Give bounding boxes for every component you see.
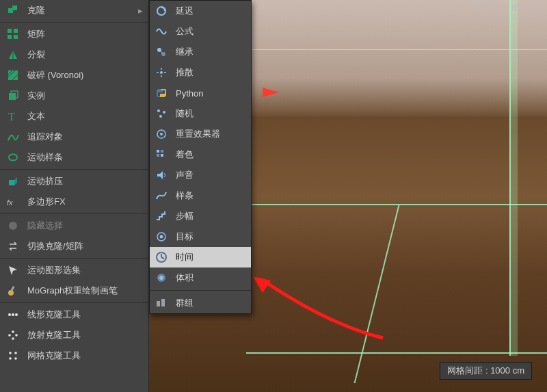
- submenu-item-group[interactable]: 群组: [150, 293, 251, 313]
- menu-item-gridclone[interactable]: 网格克隆工具: [0, 345, 148, 366]
- svg-rect-10: [9, 93, 16, 100]
- menu-item-instance[interactable]: 实例: [0, 86, 148, 106]
- submenu-item-delay[interactable]: 延迟: [150, 1, 251, 21]
- target-icon: [154, 229, 169, 244]
- split-icon: [5, 47, 21, 62]
- submenu-separator: [150, 290, 251, 291]
- menu-item-polyfx[interactable]: fx 多边形FX: [0, 192, 148, 212]
- submenu-label: 步幅: [176, 210, 194, 222]
- menu-item-tracer[interactable]: 追踪对象: [0, 127, 148, 147]
- view-maximize-icon[interactable]: ⤢: [528, 1, 540, 12]
- menu-label: 矩阵: [27, 28, 45, 40]
- submenu-arrow-icon: ▸: [138, 5, 148, 16]
- svg-marker-7: [9, 51, 17, 59]
- svg-point-20: [8, 313, 11, 316]
- submenu-item-sound[interactable]: 声音: [150, 165, 251, 185]
- svg-point-37: [163, 111, 165, 114]
- submenu-label: 时间: [176, 251, 194, 263]
- menu-item-mospline[interactable]: 运动样条: [0, 147, 148, 168]
- status-text: 网格间距 : 1000 cm: [447, 365, 524, 376]
- grid-line: [246, 352, 547, 354]
- menu-separator: [0, 258, 148, 259]
- menu-separator: [0, 213, 148, 214]
- spline-icon: [154, 188, 169, 203]
- submenu-item-random[interactable]: 随机: [150, 103, 251, 124]
- submenu-item-step[interactable]: 步幅: [150, 206, 251, 226]
- svg-point-16: [9, 222, 17, 230]
- menu-item-text[interactable]: T 文本: [0, 106, 148, 127]
- svg-line-50: [161, 257, 164, 259]
- python-icon: [154, 86, 169, 101]
- menu-item-split[interactable]: 分裂: [0, 44, 148, 65]
- svg-rect-1: [8, 8, 13, 13]
- svg-point-52: [159, 276, 163, 280]
- menu-label: MoGraph权重绘制画笔: [27, 285, 118, 297]
- svg-rect-11: [11, 91, 18, 98]
- submenu-item-time[interactable]: 时间: [150, 247, 251, 267]
- tracer-icon: [5, 129, 21, 144]
- menu-item-moweight[interactable]: MoGraph权重绘制画笔: [0, 280, 148, 301]
- svg-rect-4: [14, 29, 18, 33]
- submenu-item-spline[interactable]: 样条: [150, 185, 251, 206]
- hidesel-icon: [5, 218, 21, 233]
- swap-icon: [5, 239, 21, 254]
- svg-marker-0: [253, 276, 271, 293]
- sound-icon: [154, 168, 169, 183]
- text-icon: T: [5, 109, 21, 124]
- menu-item-moextrude[interactable]: 运动挤压: [0, 171, 148, 192]
- submenu-item-push[interactable]: 推散: [150, 62, 251, 83]
- submenu-item-inherit[interactable]: 继承: [150, 42, 251, 62]
- submenu-label: 样条: [176, 190, 194, 202]
- svg-rect-2: [12, 5, 17, 10]
- svg-marker-14: [14, 177, 17, 185]
- submenu-item-python[interactable]: Python: [150, 83, 251, 103]
- delay-icon: [154, 3, 169, 18]
- menu-item-swapclone[interactable]: 切换克隆/矩阵: [0, 236, 148, 257]
- submenu-label: 继承: [176, 46, 194, 58]
- svg-point-24: [15, 334, 18, 337]
- clone-icon: [5, 3, 21, 18]
- view-single-icon[interactable]: ☐: [490, 1, 502, 12]
- svg-rect-54: [161, 299, 165, 306]
- reeffector-icon: [154, 127, 169, 142]
- submenu-label: 着色: [176, 148, 194, 161]
- menu-item-linearclone[interactable]: 线形克隆工具: [0, 304, 148, 325]
- view-split-icon[interactable]: ⊞: [509, 1, 521, 12]
- menu-label: 多边形FX: [27, 196, 66, 208]
- menu-label: 分裂: [27, 49, 45, 61]
- svg-point-25: [12, 337, 14, 340]
- menu-item-moselection[interactable]: 运动图形选集: [0, 260, 148, 280]
- view-panel-icon[interactable]: ◫: [470, 1, 483, 12]
- group-icon: [154, 296, 169, 311]
- submenu-item-shader[interactable]: 着色: [150, 144, 251, 165]
- submenu-item-target[interactable]: 目标: [150, 226, 251, 247]
- menu-label: 运动图形选集: [27, 264, 81, 276]
- menu-label: 文本: [27, 110, 45, 122]
- menu-item-radialclone[interactable]: 放射克隆工具: [0, 325, 148, 345]
- submenu-item-formula[interactable]: 公式: [150, 21, 251, 42]
- svg-point-28: [14, 352, 17, 354]
- grid-line: [246, 49, 547, 50]
- menu-label: 放射克隆工具: [27, 329, 81, 341]
- submenu-item-volume[interactable]: 体积: [150, 267, 251, 288]
- menu-item-matrix[interactable]: 矩阵: [0, 24, 148, 44]
- svg-rect-6: [14, 35, 18, 39]
- mospline-icon: [5, 150, 21, 165]
- svg-point-36: [157, 109, 160, 112]
- grid-line: [354, 205, 400, 383]
- svg-point-40: [160, 133, 163, 135]
- annotation-arrow-icon: [253, 276, 390, 345]
- svg-point-30: [14, 357, 17, 360]
- menu-item-voronoi[interactable]: 破碎 (Voronoi): [0, 65, 148, 86]
- axis-x-icon: [263, 88, 279, 97]
- svg-point-18: [8, 290, 14, 296]
- menu-label: 追踪对象: [27, 131, 63, 143]
- svg-rect-9: [8, 70, 18, 80]
- voronoi-icon: [5, 68, 21, 83]
- inherit-icon: [154, 44, 169, 60]
- submenu-label: 体积: [176, 272, 194, 284]
- volume-icon: [154, 270, 169, 285]
- svg-point-29: [9, 357, 12, 360]
- menu-item-clone[interactable]: 克隆 ▸: [0, 0, 148, 21]
- submenu-item-reeffector[interactable]: 重置效果器: [150, 124, 251, 144]
